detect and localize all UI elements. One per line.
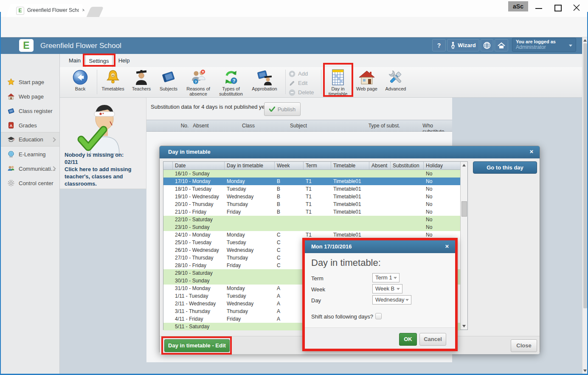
tab-close-icon[interactable]: × (81, 7, 87, 13)
chevron-down-icon (569, 45, 572, 47)
sidebar-item-web-page[interactable]: Web page (0, 89, 59, 104)
ribbon-delete-button: Delete (289, 88, 314, 97)
sidebar-item-control-center[interactable]: Control center (0, 176, 59, 190)
cell-absent (369, 178, 391, 185)
svg-text:45: 45 (112, 74, 115, 77)
tab-title: Greenfield Flower School (27, 7, 79, 13)
ribbon-reasons-of-absence-button[interactable]: ? Reasons of absence (183, 68, 214, 96)
table-row[interactable]: 22/10 - SaturdayNo (163, 216, 460, 223)
book-icon (6, 107, 16, 115)
ribbon-types-of-substitution-button[interactable]: ? Types of substitution (215, 68, 247, 96)
cell-holiday: No (424, 193, 459, 200)
table-row[interactable]: 19/10 - WednesdayWednesdayBT1Timetable01… (163, 193, 460, 200)
cell-holiday: No (424, 185, 459, 193)
cell-check (163, 269, 173, 277)
ribbon-subjects-button[interactable]: Subjects (155, 68, 182, 91)
table-row[interactable]: 18/10 - TuesdayTuesdayBT1Timetable01No (163, 185, 460, 193)
table-row[interactable]: 21/10 - FridayFridayBT1Timetable01No (163, 208, 460, 216)
cell-check (163, 170, 173, 178)
sidebar-item-class-register[interactable]: Class register (0, 104, 59, 118)
cell-check (163, 307, 173, 315)
table-row[interactable]: 20/10 - ThursdayThursdayBT1Timetable01No (163, 200, 460, 208)
cell-absent (369, 223, 391, 231)
cell-date: 16/10 - Sunday (173, 170, 225, 178)
wizard-walker-icon (450, 42, 456, 49)
help-button[interactable]: ? (432, 39, 446, 51)
tab-help[interactable]: Help (115, 54, 132, 67)
dialog-titlebar[interactable]: Day in timetable × (160, 146, 540, 158)
cell-check (163, 323, 173, 330)
scroll-down-icon[interactable] (462, 325, 466, 327)
cell-week: B (275, 200, 304, 208)
tab-main[interactable]: Main (66, 54, 84, 67)
ribbon-back-button[interactable]: Back (68, 68, 93, 91)
cell-date: 22/10 - Saturday (173, 216, 225, 223)
missing-message[interactable]: Nobody is missing on: 02/11 Click here t… (65, 151, 143, 187)
close-icon[interactable]: × (443, 242, 451, 250)
ribbon-advanced-button[interactable]: Advanced (382, 68, 410, 91)
sidebar-item-start-page[interactable]: Start page (0, 75, 59, 89)
language-globe-button[interactable] (481, 39, 493, 51)
ribbon-teachers-button[interactable]: Teachers (129, 68, 154, 91)
logged-as-box[interactable]: You are logged as Administrator (512, 38, 576, 52)
crossed-tools-icon (382, 68, 410, 86)
cell-week: B (275, 185, 304, 193)
week-select[interactable]: Week B (372, 284, 402, 293)
sidebar-item-education[interactable]: Education (0, 132, 59, 147)
table-row[interactable]: 17/10 - MondayMondayBT1Timetable01No (163, 178, 460, 185)
cancel-button[interactable]: Cancel (419, 333, 446, 346)
publish-button[interactable]: Publish (264, 102, 301, 116)
ribbon-approbation-button[interactable]: Approbation (248, 68, 281, 91)
cell-week: C (275, 239, 304, 246)
browser-tab[interactable]: E Greenfield Flower School × (6, 4, 87, 17)
ok-button[interactable]: OK (399, 333, 417, 346)
table-row[interactable]: 23/10 - SundayNo (163, 223, 460, 231)
term-select[interactable]: Term 1 (372, 273, 400, 282)
table-scrollbar[interactable] (460, 162, 467, 330)
cell-substitution (391, 208, 424, 216)
sidebar-item-communication[interactable]: Communicati... (0, 161, 59, 176)
subdialog-titlebar[interactable]: Mon 17/10/2016 × (305, 240, 455, 253)
ribbon-timetables-button[interactable]: 45 Timetables (99, 68, 127, 91)
cell-day (225, 223, 275, 231)
home-button[interactable] (495, 39, 508, 51)
scrollbar-thumb[interactable] (583, 43, 587, 308)
scrollbar-thumb[interactable] (461, 201, 467, 217)
annotation-box-edit-button (161, 336, 232, 355)
edupage-logo[interactable]: E (19, 39, 34, 52)
sidebar-item-grades[interactable]: A Grades (0, 118, 59, 133)
nurse-ok-icon (74, 100, 134, 155)
browser-toolbar: https://greenfieldsch.edupage.org/dashbo… (0, 17, 588, 37)
cell-check (163, 277, 173, 285)
col-substitution: Substitution (391, 162, 424, 169)
cell-check (163, 216, 173, 223)
cell-week: A (275, 292, 304, 300)
cell-timetable: Timetable01 (331, 178, 369, 185)
missing-link[interactable]: Click here to add missing teacher's, cla… (65, 166, 132, 187)
sidebar-item-e-learning[interactable]: E-Learning (0, 147, 59, 161)
ribbon-web-page-button[interactable]: Web page (354, 68, 380, 91)
day-select[interactable]: Wednesday (372, 295, 411, 305)
scroll-down-icon[interactable] (583, 369, 587, 372)
scroll-up-icon[interactable] (583, 39, 587, 42)
svg-text:?: ? (233, 78, 236, 83)
window-maximize-button[interactable] (550, 3, 565, 13)
cell-absent (369, 185, 391, 193)
ribbon-separator (97, 70, 97, 94)
book-icon (155, 68, 182, 86)
shift-checkbox[interactable] (375, 313, 382, 319)
scroll-up-icon[interactable] (462, 164, 466, 166)
col-no: No. (181, 123, 189, 129)
background-tab-stub[interactable] (87, 7, 104, 17)
window-minimize-button[interactable] (532, 3, 546, 13)
dialog-close-button[interactable]: Close (511, 339, 537, 352)
table-row[interactable]: 16/10 - SundayNo (163, 170, 460, 178)
go-to-this-day-button[interactable]: Go to this day (473, 161, 537, 174)
col-subject: Subject (290, 123, 307, 129)
cell-day: Friday (225, 315, 275, 323)
window-close-button[interactable] (569, 3, 584, 13)
chevron-down-icon (405, 299, 409, 301)
cell-week: B (275, 193, 304, 200)
close-icon[interactable]: × (528, 148, 535, 155)
wizard-button[interactable]: Wizard (447, 39, 479, 51)
